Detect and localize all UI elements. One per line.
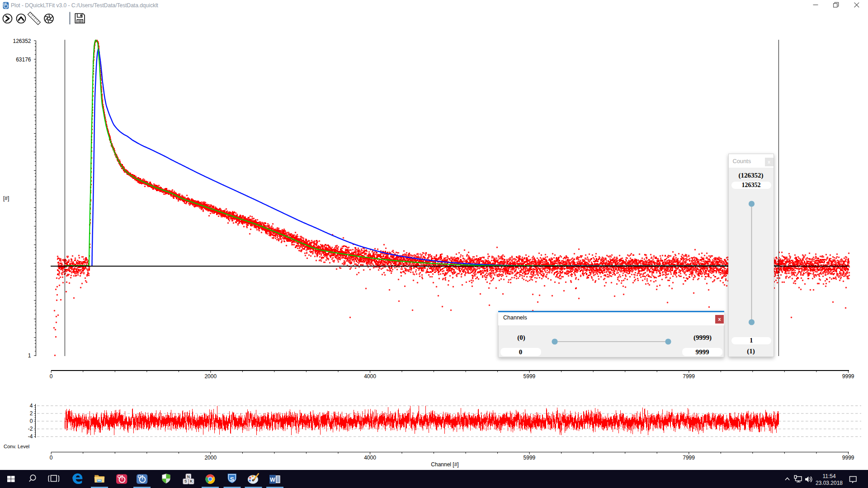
svg-text:4: 4	[30, 403, 33, 409]
svg-text:9999: 9999	[842, 373, 854, 380]
svg-text:9999: 9999	[842, 455, 854, 461]
svg-text:0: 0	[50, 455, 53, 461]
svg-text:-2: -2	[28, 426, 33, 432]
svg-text:5999: 5999	[524, 455, 536, 461]
svg-text:23.03.2018: 23.03.2018	[816, 480, 843, 486]
svg-text:2000: 2000	[204, 373, 217, 380]
svg-text:-4: -4	[28, 433, 33, 440]
svg-text:7999: 7999	[683, 455, 695, 461]
svg-text:S: S	[230, 476, 234, 483]
svg-text:2000: 2000	[204, 455, 217, 461]
svg-text:5999: 5999	[524, 373, 536, 380]
svg-text:0: 0	[30, 418, 33, 424]
svg-text:Channel [#]: Channel [#]	[431, 461, 458, 468]
svg-text:K: K	[190, 479, 193, 483]
svg-text:[#]: [#]	[3, 195, 9, 202]
svg-text:2: 2	[30, 410, 33, 417]
svg-text:Conv. Level: Conv. Level	[4, 444, 29, 449]
svg-text:S: S	[184, 479, 187, 483]
svg-text:11:54: 11:54	[822, 473, 835, 479]
svg-text:1: 1	[28, 352, 31, 359]
svg-text:63176: 63176	[16, 56, 31, 63]
svg-text:N: N	[187, 474, 190, 479]
svg-text:0: 0	[50, 373, 53, 380]
svg-text:4000: 4000	[364, 455, 376, 461]
svg-text:4000: 4000	[364, 373, 376, 380]
svg-text:126352: 126352	[13, 38, 31, 44]
svg-text:7999: 7999	[683, 373, 695, 380]
svg-text:W: W	[270, 477, 275, 483]
